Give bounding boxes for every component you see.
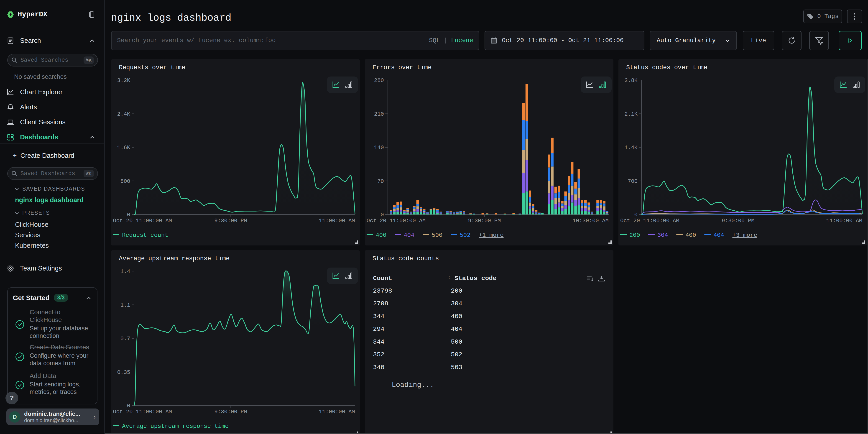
svg-text:2.4K: 2.4K bbox=[117, 111, 130, 117]
svg-text:1.6K: 1.6K bbox=[117, 145, 130, 151]
svg-text:0: 0 bbox=[381, 212, 384, 218]
svg-text:Request count: Request count bbox=[122, 232, 168, 239]
svg-text:280: 280 bbox=[374, 78, 384, 84]
svg-text:400: 400 bbox=[376, 232, 386, 239]
svg-text:Oct 20 11:00:00 AM: Oct 20 11:00:00 AM bbox=[113, 218, 172, 224]
svg-text:Oct 20 11:00:00 AM: Oct 20 11:00:00 AM bbox=[367, 218, 426, 224]
svg-text:502: 502 bbox=[460, 232, 470, 239]
svg-text:9:30:00 PM: 9:30:00 PM bbox=[721, 218, 754, 224]
svg-text:200: 200 bbox=[629, 232, 640, 239]
svg-text:9:30:00 PM: 9:30:00 PM bbox=[214, 218, 247, 224]
svg-text:210: 210 bbox=[374, 111, 384, 117]
svg-text:9:30:00 PM: 9:30:00 PM bbox=[468, 218, 501, 224]
svg-text:11:00:00 AM: 11:00:00 AM bbox=[826, 218, 862, 224]
svg-text:800: 800 bbox=[120, 178, 130, 184]
svg-text:3.2K: 3.2K bbox=[117, 78, 130, 84]
svg-text:0: 0 bbox=[127, 403, 130, 409]
svg-text:11:00:00 AM: 11:00:00 AM bbox=[319, 218, 355, 224]
svg-text:500: 500 bbox=[432, 232, 442, 239]
svg-text:10:30:00 AM: 10:30:00 AM bbox=[573, 218, 609, 224]
svg-text:9:30:00 PM: 9:30:00 PM bbox=[214, 409, 247, 415]
svg-text:Oct 20 11:00:00 AM: Oct 20 11:00:00 AM bbox=[113, 409, 172, 415]
svg-text:700: 700 bbox=[628, 178, 638, 184]
svg-text:+3 more: +3 more bbox=[732, 232, 757, 239]
svg-text:11:00:00 AM: 11:00:00 AM bbox=[319, 409, 355, 415]
svg-text:1.4K: 1.4K bbox=[624, 145, 638, 151]
svg-text:0.35: 0.35 bbox=[117, 369, 130, 375]
svg-text:140: 140 bbox=[374, 145, 384, 151]
svg-text:0: 0 bbox=[127, 212, 130, 218]
svg-text:1.4: 1.4 bbox=[120, 269, 130, 275]
svg-text:70: 70 bbox=[377, 178, 384, 184]
svg-text:400: 400 bbox=[685, 232, 696, 239]
svg-text:1.1: 1.1 bbox=[120, 302, 130, 308]
svg-text:Oct 20 11:00:00 AM: Oct 20 11:00:00 AM bbox=[620, 218, 679, 224]
svg-text:Average upstream response time: Average upstream response time bbox=[122, 423, 228, 430]
svg-text:0: 0 bbox=[634, 212, 638, 218]
svg-text:2.8K: 2.8K bbox=[624, 78, 638, 84]
svg-text:304: 304 bbox=[657, 232, 668, 239]
svg-text:+1 more: +1 more bbox=[478, 232, 503, 239]
svg-text:0.7: 0.7 bbox=[120, 336, 130, 342]
svg-text:404: 404 bbox=[404, 232, 414, 239]
svg-text:2.1K: 2.1K bbox=[624, 111, 638, 117]
svg-text:404: 404 bbox=[713, 232, 724, 239]
